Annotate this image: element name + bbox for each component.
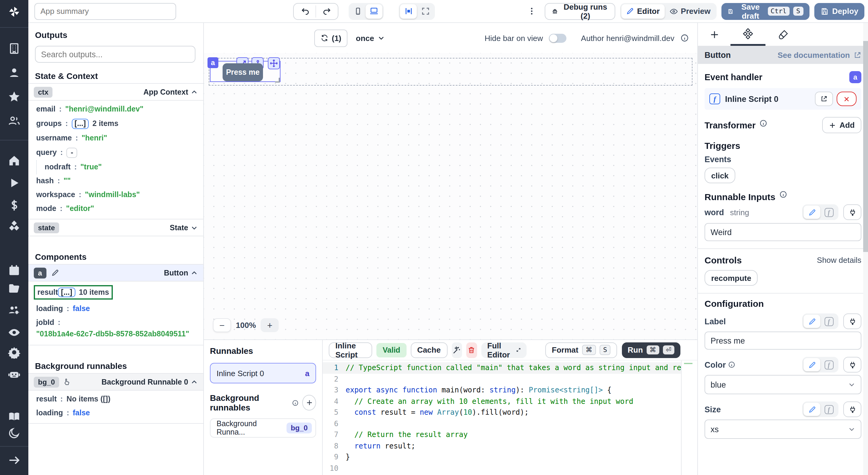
dark-mode-moon-icon[interactable] <box>8 427 21 439</box>
schedules-calendar-icon[interactable] <box>8 264 21 277</box>
move-handle[interactable] <box>268 57 280 69</box>
format-button[interactable]: Format ⌘ S <box>545 342 617 358</box>
delete-script-button[interactable] <box>466 342 477 358</box>
size-select[interactable]: xs <box>705 419 861 439</box>
hide-bar-toggle[interactable] <box>549 33 566 42</box>
output-field-bg-loading[interactable]: loading false <box>28 406 203 420</box>
connect-plug-button[interactable] <box>843 204 861 220</box>
favorites-star-icon[interactable] <box>8 91 21 103</box>
connect-plug-button[interactable] <box>843 402 861 417</box>
static-mode-pencil-button[interactable] <box>803 358 820 371</box>
user-icon[interactable] <box>8 66 21 79</box>
tab-preview[interactable]: Preview <box>664 4 715 19</box>
rename-pencil-icon[interactable] <box>51 269 59 277</box>
cache-button[interactable]: Cache <box>410 342 447 358</box>
remove-script-button[interactable] <box>837 92 857 106</box>
runnable-item-bg-0[interactable]: Background Runna... bg_0 <box>210 418 316 438</box>
save-draft-button[interactable]: Save draft Ctrl S <box>721 3 809 20</box>
schedule-select[interactable]: once <box>356 33 385 42</box>
code-line[interactable]: 1// TypeScript function called "main" th… <box>323 362 681 373</box>
runnable-item-inline-script-0[interactable]: Inline Script 0 a <box>210 363 316 383</box>
output-field-jobid[interactable]: jobId <box>28 316 203 330</box>
windmill-logo-icon[interactable] <box>8 5 21 18</box>
ai-wand-button[interactable] <box>452 342 462 358</box>
show-details-link[interactable]: Show details <box>817 256 861 265</box>
info-icon[interactable] <box>292 399 299 407</box>
label-value-input[interactable] <box>705 332 861 350</box>
output-field-groups[interactable]: groups [...] 2 items <box>28 116 203 131</box>
scrollbar[interactable] <box>863 23 868 475</box>
output-field-workspace[interactable]: workspace "windmill-labs" <box>28 188 203 202</box>
info-icon[interactable] <box>779 191 787 198</box>
minimap[interactable] <box>681 361 697 475</box>
code-line[interactable]: 9} <box>323 451 681 463</box>
empty-value-chip[interactable]: - <box>66 148 77 158</box>
run-button[interactable]: Run ⌘ ⏎ <box>622 342 680 358</box>
app-summary-input[interactable] <box>34 3 176 20</box>
home-icon[interactable] <box>8 154 21 167</box>
output-field-username[interactable]: username "henri" <box>28 131 203 145</box>
open-script-button[interactable] <box>815 92 833 106</box>
code-line[interactable]: 3export async function main(word: string… <box>323 384 681 396</box>
connect-plug-button[interactable] <box>843 357 861 373</box>
expr-mode-function-button[interactable]: f <box>820 315 837 328</box>
settings-gear-icon[interactable] <box>8 346 21 359</box>
code-line[interactable]: 6 <box>323 418 681 429</box>
info-icon[interactable] <box>759 120 767 127</box>
output-field-bg-result[interactable]: result No items ([]) <box>28 393 203 406</box>
workspace-building-icon[interactable] <box>8 42 21 55</box>
press-me-button[interactable]: Press me <box>223 63 263 81</box>
connect-plug-button[interactable] <box>843 313 861 329</box>
result-highlight-box[interactable]: result [...] 10 items <box>34 285 113 300</box>
runs-play-icon[interactable] <box>8 177 21 189</box>
chevron-down-icon[interactable] <box>191 224 198 231</box>
deploy-button[interactable]: Deploy <box>814 3 864 20</box>
tab-inline-script[interactable]: Inline Script <box>329 342 372 358</box>
output-field-mode[interactable]: mode "editor" <box>28 202 203 216</box>
mobile-view-button[interactable] <box>350 4 366 19</box>
recompute-chip[interactable]: recompute <box>705 270 758 286</box>
chevron-up-icon[interactable] <box>191 88 198 96</box>
component-id-tag[interactable]: a <box>208 57 218 68</box>
output-field-email[interactable]: email "henri@windmill.dev" <box>28 102 203 116</box>
see-documentation-link[interactable]: See documentation <box>777 50 861 59</box>
code-line[interactable]: 8 return result; <box>323 440 681 451</box>
info-icon[interactable] <box>680 34 689 42</box>
tab-editor[interactable]: Editor <box>621 4 664 19</box>
refresh-runnables-button[interactable]: (1) <box>314 29 347 47</box>
state-section-header[interactable]: state State <box>28 219 203 236</box>
static-mode-pencil-button[interactable] <box>803 206 820 219</box>
code-line[interactable]: 2 <box>323 373 681 384</box>
tab-styling[interactable] <box>766 23 801 46</box>
docs-book-icon[interactable] <box>8 410 21 423</box>
variables-dollar-icon[interactable] <box>8 199 21 212</box>
ctx-section-header[interactable]: ctx App Context <box>28 83 203 101</box>
expand-sidebar-arrow-icon[interactable] <box>8 454 21 467</box>
expr-mode-function-button[interactable]: f <box>820 358 837 371</box>
expand-array-chip[interactable]: [...] <box>71 119 89 129</box>
align-center-button[interactable] <box>400 4 417 19</box>
redo-button[interactable] <box>316 4 337 19</box>
groups-gear-icon[interactable] <box>8 304 21 317</box>
code-area[interactable]: 1// TypeScript function called "main" th… <box>323 360 697 475</box>
tab-insert-component[interactable] <box>698 23 731 46</box>
word-value-input[interactable] <box>705 223 861 241</box>
chevron-up-icon[interactable] <box>191 378 198 385</box>
static-mode-pencil-button[interactable] <box>803 315 820 328</box>
zoom-in-button[interactable]: + <box>261 318 279 332</box>
expr-mode-function-button[interactable]: f <box>820 403 837 416</box>
output-field-hash[interactable]: hash "" <box>28 174 203 188</box>
full-editor-button[interactable]: Full Editor <box>482 342 527 358</box>
user-group-icon[interactable] <box>8 114 21 127</box>
output-field-loading[interactable]: loading false <box>28 302 203 316</box>
inline-script-row[interactable]: f Inline Script 0 <box>705 88 861 110</box>
expr-mode-function-button[interactable]: f <box>820 206 837 219</box>
resources-boxes-icon[interactable] <box>8 220 21 233</box>
search-outputs-input[interactable] <box>35 46 195 63</box>
expand-array-chip[interactable]: [...] <box>58 287 75 297</box>
code-line[interactable]: 10 <box>323 463 681 474</box>
fullscreen-expand-button[interactable] <box>417 4 434 19</box>
undo-button[interactable] <box>295 4 315 19</box>
bg0-section-header[interactable]: bg_0 Background Runnable 0 <box>28 373 203 391</box>
folders-icon[interactable] <box>8 282 21 295</box>
